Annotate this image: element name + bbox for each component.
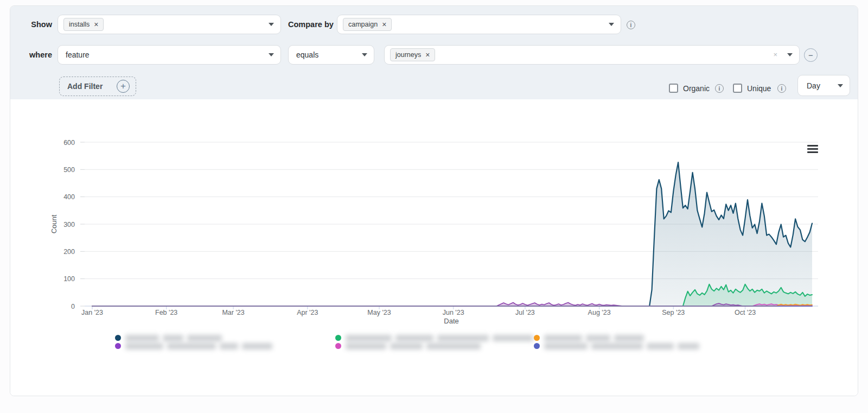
legend-label-redacted: [586, 335, 610, 341]
svg-text:Aug '23: Aug '23: [588, 309, 611, 316]
legend-label-redacted: [395, 335, 433, 341]
legend-dot[interactable]: [335, 343, 341, 349]
filter-field-select[interactable]: feature: [58, 45, 281, 65]
legend-label-redacted: [437, 335, 489, 341]
svg-text:Mar '23: Mar '23: [222, 309, 244, 316]
chip-remove-icon[interactable]: ×: [382, 21, 386, 28]
compare-by-label: Compare by: [288, 15, 330, 34]
svg-text:0: 0: [71, 303, 75, 310]
svg-text:Jul '23: Jul '23: [515, 309, 535, 316]
chevron-down-icon: [362, 53, 367, 56]
info-icon[interactable]: i: [777, 84, 786, 93]
granularity-value: Day: [803, 81, 820, 90]
legend-label-redacted: [591, 343, 643, 350]
legend-label-redacted: [544, 343, 588, 350]
svg-text:100: 100: [63, 275, 75, 283]
svg-text:Feb '23: Feb '23: [155, 309, 177, 316]
legend-label-redacted: [125, 343, 163, 350]
filter-operator-select[interactable]: equals: [288, 45, 374, 65]
filter-field-value: feature: [63, 50, 90, 59]
show-label: Show: [10, 15, 52, 34]
add-filter-label: Add Filter: [67, 82, 103, 91]
legend-label-redacted: [163, 335, 183, 341]
show-chip[interactable]: installs×: [63, 18, 104, 31]
unique-label: Unique: [747, 84, 771, 93]
legend-label-redacted: [220, 343, 238, 350]
legend-label-redacted: [187, 335, 222, 341]
timeseries-chart: 0100200300400500600Jan '23Feb '23Mar '23…: [10, 99, 858, 333]
legend-label-redacted: [346, 335, 392, 341]
legend-label-redacted: [493, 335, 533, 341]
filter-panel: Show installs× Compare by campaign× i wh…: [10, 6, 858, 99]
chevron-down-icon: [269, 53, 274, 56]
chevron-down-icon: [787, 53, 793, 56]
legend-label-redacted: [614, 335, 644, 341]
filter-value-chip[interactable]: journeys×: [390, 48, 435, 61]
legend-dot[interactable]: [534, 343, 540, 349]
svg-text:Jun '23: Jun '23: [443, 309, 464, 316]
legend-dot[interactable]: [115, 343, 121, 349]
info-icon[interactable]: i: [627, 21, 635, 29]
svg-text:May '23: May '23: [367, 309, 391, 316]
svg-text:Oct '23: Oct '23: [735, 309, 756, 316]
chevron-down-icon: [269, 23, 274, 26]
filter-value-input[interactable]: journeys× ×: [384, 45, 800, 65]
svg-text:Apr '23: Apr '23: [297, 309, 318, 316]
svg-text:400: 400: [63, 193, 75, 201]
chip-remove-icon[interactable]: ×: [425, 52, 430, 58]
svg-text:300: 300: [63, 221, 75, 228]
svg-text:Date: Date: [444, 317, 458, 325]
chevron-down-icon: [838, 84, 843, 87]
compare-chip[interactable]: campaign×: [343, 18, 392, 31]
legend-label-redacted: [426, 343, 481, 350]
chip-remove-icon[interactable]: ×: [94, 21, 98, 28]
svg-text:500: 500: [63, 166, 75, 174]
granularity-select[interactable]: Day: [797, 75, 850, 96]
legend-dot[interactable]: [335, 335, 341, 341]
info-icon[interactable]: i: [715, 84, 724, 93]
add-filter-button[interactable]: Add Filter +: [59, 77, 136, 96]
svg-text:Sep '23: Sep '23: [662, 309, 685, 316]
filter-operator-value: equals: [294, 50, 318, 59]
legend-label-redacted: [390, 343, 423, 350]
plus-icon: +: [117, 80, 130, 93]
where-label: where: [10, 45, 52, 65]
svg-text:Jan '23: Jan '23: [81, 309, 103, 316]
organic-checkbox[interactable]: [669, 84, 678, 93]
legend-label-redacted: [167, 343, 216, 350]
compare-by-select[interactable]: campaign×: [337, 15, 621, 34]
unique-checkbox[interactable]: [733, 84, 742, 93]
legend-label-redacted: [678, 343, 699, 350]
organic-label: Organic: [683, 84, 710, 93]
chart-menu-button[interactable]: [807, 145, 818, 153]
svg-text:600: 600: [63, 139, 75, 147]
legend-label-redacted: [242, 343, 272, 350]
legend-label-redacted: [544, 335, 582, 341]
remove-filter-button[interactable]: −: [804, 48, 818, 62]
analytics-card: Show installs× Compare by campaign× i wh…: [10, 5, 858, 396]
legend-dot[interactable]: [534, 335, 540, 341]
legend-label-redacted: [647, 343, 674, 350]
legend-label-redacted: [125, 335, 159, 341]
show-select[interactable]: installs×: [58, 15, 281, 34]
svg-text:200: 200: [63, 248, 75, 256]
legend-label-redacted: [346, 343, 386, 350]
svg-text:Count: Count: [50, 214, 58, 233]
chart-area: 0100200300400500600Jan '23Feb '23Mar '23…: [10, 99, 858, 396]
legend-dot[interactable]: [115, 335, 121, 341]
chevron-down-icon: [609, 23, 614, 26]
